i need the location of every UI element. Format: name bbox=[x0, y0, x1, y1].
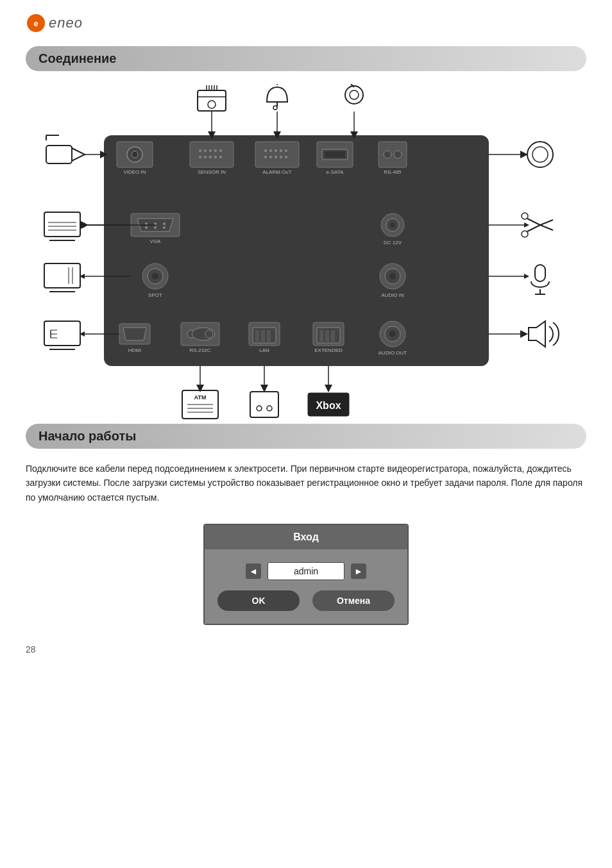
speaker-icon bbox=[529, 321, 559, 347]
svg-point-100 bbox=[389, 331, 396, 337]
svg-line-139 bbox=[540, 225, 553, 230]
svg-point-47 bbox=[285, 156, 287, 158]
svg-point-23 bbox=[132, 151, 138, 158]
svg-point-84 bbox=[205, 330, 213, 338]
microphone-icon bbox=[531, 265, 549, 294]
svg-point-5 bbox=[208, 101, 216, 108]
svg-line-137 bbox=[527, 225, 540, 231]
svg-rect-51 bbox=[325, 151, 345, 158]
svg-point-64 bbox=[163, 226, 166, 229]
svg-text:e-SATA: e-SATA bbox=[327, 169, 344, 175]
extended-port: EXTENDED bbox=[313, 322, 344, 353]
login-dialog: Вход ◄ admin ► OK Отмена bbox=[203, 524, 409, 625]
svg-point-15 bbox=[345, 86, 363, 104]
svg-text:AUDIO IN: AUDIO IN bbox=[381, 292, 404, 298]
svg-point-27 bbox=[204, 149, 207, 152]
svg-rect-94 bbox=[319, 330, 323, 342]
ptz-camera-icon bbox=[527, 142, 553, 167]
svg-point-72 bbox=[152, 273, 158, 280]
svg-point-134 bbox=[532, 147, 548, 162]
svg-point-35 bbox=[219, 156, 222, 158]
svg-point-39 bbox=[269, 149, 272, 152]
svg-point-26 bbox=[199, 149, 201, 152]
logo-text: eneo bbox=[49, 15, 83, 31]
svg-point-41 bbox=[280, 149, 282, 152]
diagram-svg: VIDEO IN SENSOR IN bbox=[27, 84, 585, 424]
svg-point-43 bbox=[264, 156, 267, 158]
svg-rect-102 bbox=[46, 146, 72, 163]
logo-area: e eneo bbox=[26, 13, 586, 33]
login-body: ◄ admin ► OK Отмена bbox=[205, 549, 407, 624]
svg-point-76 bbox=[389, 273, 396, 280]
svg-point-61 bbox=[163, 222, 166, 225]
svg-point-62 bbox=[145, 226, 148, 229]
svg-text:SPOT: SPOT bbox=[148, 292, 162, 298]
svg-point-63 bbox=[154, 226, 157, 229]
startup-body-text: Подключите все кабели перед подсоединени… bbox=[26, 462, 586, 505]
monitor-spot-icon bbox=[44, 263, 80, 292]
svg-line-138 bbox=[540, 220, 553, 225]
svg-text:SENSOR IN: SENSOR IN bbox=[198, 169, 226, 175]
svg-point-45 bbox=[275, 156, 277, 158]
svg-text:RS-485: RS-485 bbox=[384, 169, 402, 175]
monitor-hdmi-icon bbox=[44, 321, 80, 349]
login-user-row: ◄ admin ► bbox=[217, 562, 395, 580]
svg-point-42 bbox=[285, 149, 287, 152]
svg-marker-143 bbox=[524, 222, 529, 228]
svg-point-160 bbox=[257, 406, 262, 411]
svg-marker-79 bbox=[123, 328, 146, 340]
svg-point-140 bbox=[522, 213, 528, 219]
svg-point-44 bbox=[269, 156, 272, 158]
svg-point-29 bbox=[214, 149, 217, 152]
svg-text:EXTENDED: EXTENDED bbox=[314, 347, 343, 353]
svg-rect-144 bbox=[535, 265, 545, 281]
svg-rect-37 bbox=[255, 142, 299, 167]
svg-point-33 bbox=[209, 156, 212, 158]
monitor-vga-icon bbox=[44, 212, 80, 240]
svg-point-40 bbox=[275, 149, 277, 152]
audio-in-port: AUDIO IN bbox=[380, 263, 405, 298]
svg-point-34 bbox=[214, 156, 217, 158]
svg-rect-90 bbox=[267, 330, 271, 342]
svg-text:DC 12V: DC 12V bbox=[384, 240, 402, 246]
svg-text:ALARM OuT: ALARM OuT bbox=[262, 169, 291, 175]
svg-marker-148 bbox=[524, 274, 529, 279]
svg-rect-89 bbox=[261, 330, 265, 342]
ok-button[interactable]: OK bbox=[217, 590, 300, 611]
svg-marker-103 bbox=[72, 148, 85, 161]
svg-rect-53 bbox=[378, 142, 407, 167]
dc12v-port: DC 12V bbox=[381, 213, 404, 246]
cancel-button[interactable]: Отмена bbox=[312, 590, 395, 611]
page-number: 28 bbox=[26, 644, 586, 655]
svg-rect-2 bbox=[104, 135, 489, 366]
svg-point-16 bbox=[350, 90, 359, 99]
svg-text:AUDIO OUT: AUDIO OUT bbox=[378, 350, 407, 356]
svg-point-161 bbox=[267, 406, 272, 411]
svg-text:Xbox: Xbox bbox=[316, 400, 341, 411]
svg-rect-88 bbox=[255, 330, 259, 342]
svg-point-28 bbox=[209, 149, 212, 152]
startup-title: Начало работы bbox=[38, 429, 574, 444]
svg-marker-149 bbox=[529, 321, 545, 347]
svg-point-38 bbox=[264, 149, 267, 152]
svg-text:LAN: LAN bbox=[259, 347, 269, 353]
svg-text:HDMI: HDMI bbox=[128, 347, 141, 353]
svg-line-136 bbox=[527, 219, 540, 225]
ptz-top-icon bbox=[345, 84, 363, 104]
svg-rect-96 bbox=[331, 330, 335, 342]
svg-point-55 bbox=[394, 151, 402, 158]
svg-point-68 bbox=[390, 222, 395, 228]
atm-icon: ATM bbox=[182, 390, 218, 419]
prev-user-button[interactable]: ◄ bbox=[246, 563, 261, 579]
svg-point-46 bbox=[280, 156, 282, 158]
connection-diagram: VIDEO IN SENSOR IN bbox=[26, 84, 586, 424]
svg-text:e: e bbox=[33, 19, 38, 28]
hdd-icon bbox=[198, 85, 226, 111]
svg-text:RS-232C: RS-232C bbox=[190, 347, 211, 353]
next-user-button[interactable]: ► bbox=[351, 563, 366, 579]
svg-point-32 bbox=[204, 156, 207, 158]
svg-rect-25 bbox=[190, 142, 234, 167]
svg-rect-117 bbox=[44, 263, 80, 288]
svg-rect-107 bbox=[44, 212, 80, 237]
camera-icon bbox=[46, 135, 85, 163]
